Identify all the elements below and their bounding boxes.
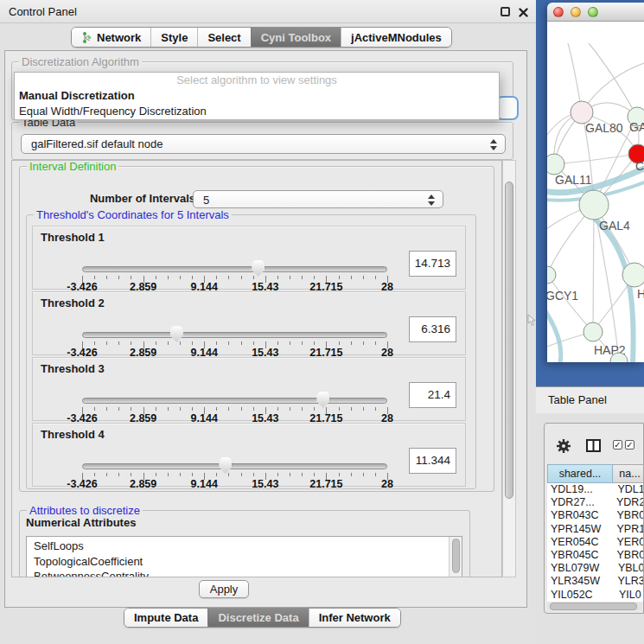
checkbox-icon[interactable]: ✓ [625,440,634,450]
tab-network[interactable]: Network [72,28,150,47]
slider-track[interactable] [82,398,387,404]
combobox-stepper-icon[interactable] [490,139,498,150]
threshold-coordinates-group: Threshold's Coordinates for 5 Intervals … [26,214,476,489]
slider-tick [192,341,193,345]
slider-tick [118,407,119,411]
bottom-tab-bar: Impute DataDiscretize DataInfer Network [124,608,401,628]
scrollbar-thumb[interactable] [452,539,460,573]
network-node[interactable] [583,322,603,341]
network-edge[interactable] [589,43,637,117]
network-edge[interactable] [554,154,638,164]
gear-icon[interactable] [556,438,571,456]
panel-scrollbar[interactable] [502,160,516,577]
slider-tick [118,341,119,345]
slider-track[interactable] [82,332,387,338]
network-node-label: GAL4 [599,219,630,233]
column-layout-icon[interactable] [586,439,601,455]
network-edge[interactable] [582,63,644,112]
algorithm-dropdown-popup: Select algorithm to view settings Manual… [14,72,500,120]
slider-tick [168,276,169,279]
cell-name: YDR2 [613,496,644,509]
attribute-list-scrollbar[interactable] [449,537,462,577]
column-header-shared-name[interactable]: shared... [547,464,613,483]
slider-tick-label: 28 [368,478,406,490]
attribute-list-item[interactable]: SelfLoops [27,539,462,554]
table-row[interactable]: YER054CYER0 [547,536,644,549]
attribute-list-item[interactable]: TopologicalCoefficient [27,554,462,570]
tab-cyni-toolbox[interactable]: Cyni Toolbox [251,28,341,47]
tab-label: Infer Network [319,611,391,624]
table-panel-titlebar: Table Panel [536,386,644,413]
dropdown-option[interactable]: Equal Width/Frequency Discretization [15,104,499,119]
threshold-value-field[interactable]: 14.713 [409,251,456,277]
dropdown-prompt-item[interactable]: Select algorithm to view settings [15,73,499,88]
slider-tick [131,407,131,411]
network-node[interactable] [622,263,644,287]
network-node[interactable] [547,154,564,175]
table-row[interactable]: YDR27...YDR2 [547,496,644,509]
network-edge-highlighted[interactable] [547,309,561,362]
tab-jactivemnodules[interactable]: jActiveMNodules [341,28,451,47]
slider-track[interactable] [82,266,387,272]
combobox-stepper-icon[interactable] [428,194,436,206]
table-row[interactable]: YBL079WYBL0 [547,562,644,575]
table-row[interactable]: YDL19...YDL1 [547,483,644,496]
checkbox-icon[interactable]: ✓ [613,440,622,450]
column-header-name[interactable]: na... [613,464,644,483]
slider-thumb[interactable] [252,260,265,277]
tab-infer-network[interactable]: Infer Network [309,609,400,627]
scrollbar-thumb[interactable] [550,603,637,610]
close-icon[interactable] [519,7,528,16]
threshold-value-field[interactable]: 11.344 [409,448,456,474]
slider-tick [277,407,278,411]
slider-tick [94,473,95,476]
slider-tick [253,276,254,279]
slider-tick [363,473,364,476]
zoom-traffic-light-icon[interactable] [588,7,598,17]
slider-tick [131,473,131,476]
panel-scrollbar-thumb[interactable] [505,182,513,499]
table-row[interactable]: YBR043CYBR0 [547,509,644,522]
numerical-attributes-list[interactable]: SelfLoopsTopologicalCoefficientBetweenne… [26,536,462,577]
threshold-value-field[interactable]: 6.316 [409,316,456,342]
slider-thumb[interactable] [316,392,329,408]
slider-tick [241,473,242,476]
apply-button[interactable]: Apply [199,580,249,598]
network-edge[interactable] [593,205,594,332]
table-row[interactable]: YLR345WYLR3 [547,575,644,588]
table-row[interactable]: YPR145WYPR1 [547,523,644,536]
close-traffic-light-icon[interactable] [553,7,564,17]
top-tab-bar: NetworkStyleSelectCyni ToolboxjActiveMNo… [71,27,452,48]
table-horizontal-scrollbar[interactable] [547,603,642,610]
table-rows: YDL19...YDL1YDR27...YDR2YBR043CYBR0YPR14… [547,483,644,602]
cell-shared-name: YBR043C [547,509,613,522]
table-row[interactable]: YBR045CYBR0 [547,549,644,562]
slider-tick [106,407,107,411]
control-panel-window: Control Panel NetworkStyleSelectCyni Too… [0,0,536,644]
network-node[interactable] [579,190,609,220]
network-node[interactable] [547,266,556,284]
table-row[interactable]: YIL052CYIL0 [547,589,644,602]
network-canvas[interactable]: GAL80GACGAL11GAL4GCY1HHAP2 [547,22,644,362]
tab-discretize-data[interactable]: Discretize Data [207,609,308,627]
table-data-combobox[interactable]: galFiltered.sif default node [21,134,506,154]
slider-track[interactable] [82,463,387,469]
slider-thumb[interactable] [219,457,232,474]
tab-select[interactable]: Select [197,28,250,47]
number-of-intervals-combobox[interactable]: 5 [193,190,443,208]
tab-style[interactable]: Style [150,28,197,47]
slider-tick [216,276,217,279]
dropdown-option[interactable]: Manual Discretization [15,88,499,104]
slider-thumb[interactable] [170,326,183,342]
attribute-list-item[interactable]: BetweennessCentrality [27,569,462,577]
tab-label: jActiveMNodules [351,31,442,44]
threshold-value-field[interactable]: 21.4 [409,382,456,408]
tab-impute-data[interactable]: Impute Data [124,609,207,627]
network-view-window: GAL80GACGAL11GAL4GCY1HHAP2 [547,3,644,362]
float-window-icon[interactable] [501,7,510,16]
group-title-interval-definition: Interval Definition [27,160,118,173]
slider-tick [302,341,303,345]
minimize-traffic-light-icon[interactable] [571,7,581,17]
network-edge-highlighted[interactable] [596,220,634,362]
slider-tick [131,276,131,279]
